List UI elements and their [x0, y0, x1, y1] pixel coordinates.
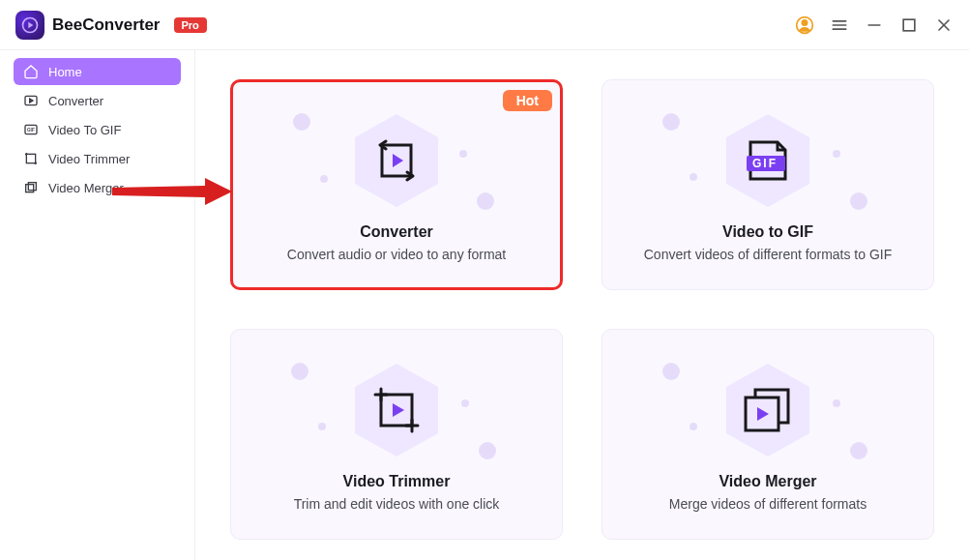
- window-controls: [795, 15, 954, 35]
- card-desc: Convert videos of different formats to G…: [644, 247, 893, 262]
- svg-rect-7: [903, 19, 915, 31]
- card-desc: Trim and edit videos with one click: [294, 496, 500, 512]
- card-video-merger[interactable]: Video Merger Merge videos of different f…: [602, 329, 934, 540]
- sidebar-item-home[interactable]: Home: [14, 58, 181, 85]
- app-title: BeeConverter: [52, 15, 161, 35]
- merger-icon: [23, 180, 39, 195]
- converter-art: [252, 107, 541, 214]
- converter-icon: [23, 93, 39, 108]
- sidebar-item-video-merger[interactable]: Video Merger: [14, 174, 181, 201]
- titlebar: BeeConverter Pro: [0, 0, 969, 50]
- merger-art: [622, 357, 914, 463]
- maximize-icon[interactable]: [899, 15, 919, 35]
- svg-text:GIF: GIF: [752, 157, 778, 170]
- card-title: Video to GIF: [722, 223, 813, 241]
- app-logo-wrap: BeeConverter Pro: [15, 11, 207, 40]
- close-icon[interactable]: [934, 15, 954, 35]
- trimmer-icon: [23, 151, 39, 166]
- menu-icon[interactable]: [830, 15, 849, 35]
- card-video-trimmer[interactable]: Video Trimmer Trim and edit videos with …: [230, 329, 563, 540]
- sidebar-item-video-trimmer[interactable]: Video Trimmer: [14, 145, 181, 172]
- card-title: Video Trimmer: [343, 473, 451, 490]
- sidebar: Home Converter GIF Video To GIF Video Tr…: [0, 50, 195, 560]
- sidebar-item-label: Video Trimmer: [48, 152, 130, 166]
- card-desc: Merge videos of different formats: [669, 496, 866, 512]
- svg-point-2: [802, 19, 807, 24]
- sidebar-item-label: Home: [48, 65, 82, 79]
- card-video-to-gif[interactable]: GIF Video to GIF Convert videos of diffe…: [602, 79, 934, 290]
- user-icon[interactable]: [795, 15, 814, 35]
- card-desc: Convert audio or video to any format: [287, 247, 506, 262]
- svg-rect-14: [26, 185, 34, 192]
- card-title: Converter: [360, 223, 433, 241]
- pro-badge: Pro: [174, 17, 207, 33]
- sidebar-item-label: Video Merger: [48, 181, 124, 195]
- sidebar-item-label: Video To GIF: [48, 123, 121, 137]
- card-converter[interactable]: Hot: [230, 79, 563, 290]
- gif-icon: GIF: [23, 122, 39, 137]
- trimmer-art: [250, 357, 543, 463]
- main-content: Hot: [195, 50, 969, 560]
- minimize-icon[interactable]: [865, 15, 884, 35]
- gif-art: GIF: [622, 107, 914, 214]
- sidebar-item-video-to-gif[interactable]: GIF Video To GIF: [14, 116, 181, 143]
- sidebar-item-label: Converter: [48, 94, 103, 108]
- svg-rect-15: [28, 183, 36, 191]
- sidebar-item-converter[interactable]: Converter: [14, 87, 181, 114]
- home-icon: [23, 64, 39, 79]
- app-logo-icon: [15, 11, 44, 40]
- card-title: Video Merger: [719, 473, 816, 490]
- svg-rect-13: [26, 154, 35, 162]
- svg-text:GIF: GIF: [27, 128, 35, 133]
